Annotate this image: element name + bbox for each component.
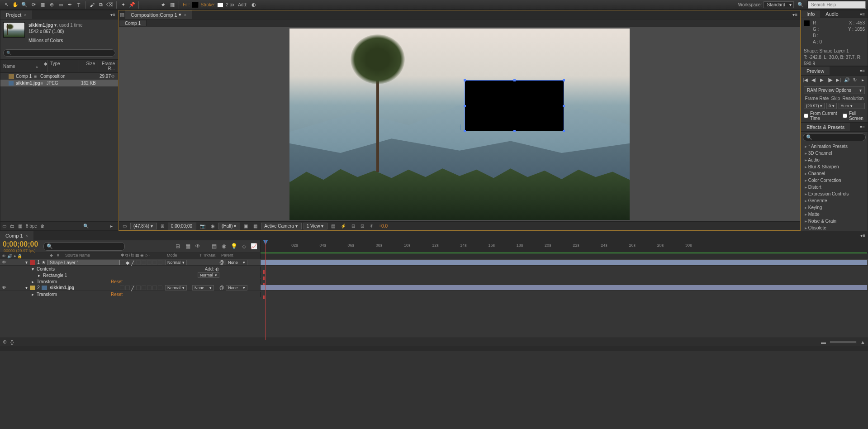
resolution-dropdown[interactable]: (Half) ▾ <box>218 223 240 229</box>
new-folder-icon[interactable]: 🗀 <box>10 224 14 229</box>
mode-col[interactable]: Mode <box>165 253 192 259</box>
panel-menu-icon[interactable]: ▾≡ <box>108 12 118 17</box>
search-help-input[interactable] <box>807 0 866 9</box>
effects-category[interactable]: Channel <box>801 170 868 177</box>
close-icon[interactable]: × <box>26 234 28 238</box>
effects-tab[interactable]: Effects & Presets <box>801 123 850 131</box>
rotation-tool-icon[interactable]: ⟳ <box>29 1 38 9</box>
timeline-search-input[interactable]: 🔍 <box>43 242 125 251</box>
zoom-slider[interactable] <box>830 341 857 343</box>
timeline-tab[interactable]: Comp 1× <box>0 231 33 240</box>
project-item-comp[interactable]: Comp 1 ■ Composition 29.97 ⚙ <box>0 73 118 80</box>
effects-category[interactable]: Generate <box>801 197 868 204</box>
info-tab[interactable]: Info <box>801 10 820 18</box>
roi-icon[interactable]: ▣ <box>242 223 250 229</box>
parent-dropdown[interactable]: None▾ <box>226 260 247 265</box>
effects-search-input[interactable]: 🔍 <box>803 133 866 141</box>
panel-menu-icon[interactable]: ▾≡ <box>790 12 800 17</box>
zoom-out-icon[interactable]: ▬ <box>821 339 826 345</box>
transparency-grid-icon[interactable]: ▦ <box>251 223 259 229</box>
reset-button[interactable]: Reset <box>111 279 147 284</box>
new-comp-icon[interactable]: ▦ <box>18 224 22 229</box>
zoom-tool-icon[interactable]: 🔍 <box>20 1 28 9</box>
shape-layer-rectangle[interactable] <box>465 80 564 131</box>
puppet-tool-icon[interactable]: 📌 <box>128 1 136 9</box>
zoom-dropdown[interactable]: (47.8%) ▾ <box>130 223 157 229</box>
toggle-switches-icon[interactable]: ⊕ <box>3 339 7 345</box>
last-frame-icon[interactable]: ▶| <box>836 77 841 84</box>
camera-tool-icon[interactable]: ▦ <box>38 1 47 9</box>
transform-row[interactable]: ▸TransformReset <box>0 278 868 285</box>
parent-dropdown[interactable]: None▾ <box>226 285 247 291</box>
next-frame-icon[interactable]: |▶ <box>827 77 833 84</box>
bpc-button[interactable]: 8 bpc <box>26 224 37 229</box>
col-name[interactable]: Name ▴ <box>0 60 41 72</box>
solo-col-icon[interactable]: ● <box>14 254 16 258</box>
panel-menu-icon[interactable]: ▾≡ <box>857 68 868 73</box>
ram-preview-dropdown[interactable]: RAM Preview Options▾ <box>804 86 865 94</box>
motion-blur-icon[interactable]: ◉ <box>220 243 228 250</box>
asset-thumbnail[interactable] <box>3 22 25 38</box>
flowchart-icon[interactable]: ▦ <box>119 12 125 18</box>
workspace-dropdown[interactable]: Standard <box>764 1 794 8</box>
col-label-icon[interactable]: ◆ <box>41 60 47 72</box>
timecode-display[interactable]: 0;00;00;00 <box>3 240 38 248</box>
search-icon[interactable]: 🔍 <box>83 224 89 229</box>
mute-icon[interactable]: 🔊 <box>844 77 849 84</box>
effects-category[interactable]: Keying <box>801 204 868 211</box>
preview-tab[interactable]: Preview <box>801 67 830 75</box>
fill-swatch[interactable] <box>192 2 199 8</box>
pen-tool-icon[interactable]: ✒ <box>66 1 74 9</box>
toggle-modes-icon[interactable]: {} <box>10 339 14 345</box>
blend-mode-dropdown[interactable]: Normal▾ <box>165 260 187 265</box>
stroke-swatch[interactable] <box>217 2 224 8</box>
layer-name[interactable]: Shape Layer 1 <box>47 260 120 265</box>
col-framerate[interactable]: Frame R... <box>98 60 118 72</box>
view-dropdown[interactable]: 1 View ▾ <box>304 223 328 229</box>
panel-menu-icon[interactable]: ▾≡ <box>858 233 868 238</box>
clone-tool-icon[interactable]: ⧉ <box>97 1 105 9</box>
delete-icon[interactable]: 🗑 <box>40 224 45 229</box>
composition-tab[interactable]: Composition: Comp 1 ▾× <box>125 10 192 19</box>
effects-category[interactable]: Color Correction <box>801 177 868 184</box>
loop-icon[interactable]: ↻ <box>852 77 858 84</box>
skip-dropdown[interactable]: 0 ▾ <box>826 103 837 109</box>
rect-mode-dropdown[interactable]: Normal▾ <box>198 272 219 278</box>
close-icon[interactable]: × <box>184 13 186 17</box>
hide-shy-icon[interactable]: 👁 <box>194 243 201 250</box>
effects-category[interactable]: Expression Controls <box>801 191 868 197</box>
audio-tab[interactable]: Audio <box>820 10 844 18</box>
effects-category[interactable]: Matte <box>801 211 868 218</box>
visibility-toggle-icon[interactable]: 👁 <box>2 285 6 290</box>
close-icon[interactable]: × <box>24 13 26 17</box>
visibility-toggle-icon[interactable]: 👁 <box>2 260 6 265</box>
roto-tool-icon[interactable]: ✦ <box>119 1 127 9</box>
auto-keyframe-icon[interactable]: ◇ <box>240 243 247 250</box>
grid-icon[interactable]: ▦ <box>168 1 176 9</box>
interpret-footage-icon[interactable]: ▭ <box>2 224 6 229</box>
selection-tool-icon[interactable]: ↖ <box>2 1 10 9</box>
project-item-image[interactable]: sikkim1.jpg ■ JPEG 162 KB <box>0 80 118 86</box>
layer-label-color[interactable] <box>30 286 35 290</box>
always-preview-icon[interactable]: ▭ <box>121 223 128 229</box>
anchor-point-icon[interactable] <box>458 124 463 130</box>
type-tool-icon[interactable]: T <box>75 1 83 9</box>
draft-3d-icon[interactable]: ▦ <box>184 243 191 250</box>
project-search-input[interactable] <box>3 49 115 57</box>
brainstorm-icon[interactable]: 💡 <box>230 243 237 250</box>
play-icon[interactable]: ▶ <box>819 77 825 84</box>
snapshot-icon[interactable]: 📷 <box>198 223 207 229</box>
contents-row[interactable]: ▾ContentsAdd: ◐ <box>0 266 868 272</box>
effects-category[interactable]: Distort <box>801 184 868 191</box>
col-size[interactable]: Size <box>79 60 98 72</box>
add-menu-icon[interactable]: ◐ <box>250 1 258 9</box>
star-icon[interactable]: ★ <box>159 1 167 9</box>
channel-icon[interactable]: ◉ <box>209 223 217 229</box>
pan-behind-tool-icon[interactable]: ⊕ <box>47 1 56 9</box>
project-tab[interactable]: Project× <box>0 10 32 19</box>
resolution-icon[interactable]: ⊞ <box>159 223 166 229</box>
brush-tool-icon[interactable]: 🖌 <box>88 1 96 9</box>
layer-label-color[interactable] <box>30 260 35 265</box>
effects-category[interactable]: Audio <box>801 157 868 163</box>
parent-col[interactable]: Parent <box>219 253 260 259</box>
